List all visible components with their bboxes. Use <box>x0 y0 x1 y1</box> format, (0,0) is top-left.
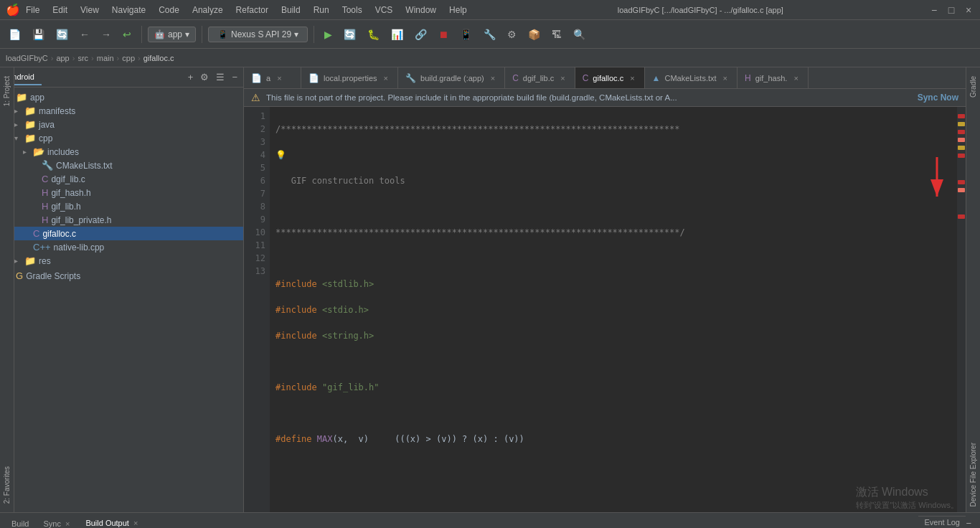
toolbar-refresh-btn[interactable]: 🔄 <box>52 26 72 43</box>
device-dropdown[interactable]: 📱 Nexus S API 29 ▾ <box>208 27 308 42</box>
breadcrumb-app[interactable]: app <box>56 54 69 62</box>
panel-settings-btn[interactable]: ⚙ <box>197 70 212 84</box>
menu-build[interactable]: Build <box>275 4 306 16</box>
editor-tab-gradle[interactable]: 🔧 build.gradle (:app) × <box>398 67 505 88</box>
toolbar-new-btn[interactable]: 📄 <box>4 26 25 43</box>
sync-tab-close[interactable]: × <box>64 519 71 528</box>
menu-view[interactable]: View <box>75 4 105 16</box>
breadcrumb-root[interactable]: loadGIFbyC <box>6 54 48 62</box>
tree-item-java[interactable]: ▸ 📁 java <box>0 118 243 131</box>
bottom-tab-build-output[interactable]: Build Output × <box>80 516 145 529</box>
tab-icon-cmake: ▲ <box>652 73 661 83</box>
gradle-side-tab[interactable]: Gradle <box>968 70 979 103</box>
bottom-tab-build[interactable]: Build <box>6 517 34 529</box>
panel-menu-btn[interactable]: ☰ <box>213 70 227 84</box>
sync-btn[interactable]: 🔄 <box>339 26 360 43</box>
tree-item-gradle-scripts[interactable]: ▸ G Gradle Scripts <box>0 269 243 283</box>
structure-btn[interactable]: 🏗 <box>547 26 566 43</box>
bottom-tab-sync[interactable]: Sync × <box>37 517 77 529</box>
tab-close-gradle[interactable]: × <box>489 73 497 83</box>
tree-item-gifhash[interactable]: H gif_hash.h <box>0 186 243 199</box>
panel-collapse-btn[interactable]: − <box>229 70 240 84</box>
debug-btn[interactable]: 🐛 <box>363 26 384 43</box>
project-dropdown[interactable]: 🤖 app ▾ <box>148 27 196 42</box>
editor-tab-cmake[interactable]: ▲ CMakeLists.txt × <box>645 67 738 88</box>
menu-refactor[interactable]: Refactor <box>230 4 274 16</box>
bottom-tabs: Build Sync × Build Output × ⚙ − <box>0 513 980 528</box>
editor-tab-gifalloc[interactable]: C gifalloc.c × <box>575 67 645 88</box>
panel-tabs: Android + ⚙ ☰ − <box>0 67 243 88</box>
menu-window[interactable]: Window <box>400 4 442 16</box>
tree-item-cpp[interactable]: ▾ 📁 cpp <box>0 131 243 145</box>
favorites-side-tab[interactable]: 2: Favorites <box>1 461 12 509</box>
left-side-panel: 1: Project 2: Favorites <box>0 67 14 512</box>
minimize-button[interactable]: − <box>928 4 940 16</box>
menu-vcs[interactable]: VCS <box>369 4 399 16</box>
toolbar-undo-btn[interactable]: ↩ <box>118 26 136 43</box>
stop-btn[interactable]: ⏹ <box>434 26 453 43</box>
tab-close-cmake[interactable]: × <box>721 73 730 83</box>
breadcrumb-src[interactable]: src <box>77 54 88 62</box>
breadcrumb-main[interactable]: main <box>97 54 114 62</box>
menu-code[interactable]: Code <box>153 4 185 16</box>
file-tree: ▾ 📁 app ▸ 📁 manifests ▸ 📁 java ▾ <box>0 88 243 512</box>
gutter-mark-6 <box>958 154 965 158</box>
more-btn[interactable]: ⚙ <box>503 26 521 43</box>
toolbar-forward-btn[interactable]: → <box>97 26 116 43</box>
tree-item-giflibprivate[interactable]: H gif_lib_private.h <box>0 213 243 227</box>
tree-item-manifests[interactable]: ▸ 📁 manifests <box>0 104 243 118</box>
right-side-panel: Gradle Device File Explorer <box>966 67 980 512</box>
maximize-button[interactable]: □ <box>946 4 957 16</box>
sync-now-button[interactable]: Sync Now <box>918 93 958 103</box>
gutter-mark-5 <box>958 146 965 150</box>
tree-item-includes[interactable]: ▸ 📂 includes <box>0 145 243 159</box>
tab-close-local[interactable]: × <box>382 73 390 83</box>
sdk2-btn[interactable]: 📦 <box>524 26 545 43</box>
build-output-tab-close[interactable]: × <box>132 519 139 527</box>
event-log-btn[interactable]: Event Log <box>918 516 966 528</box>
panel-add-btn[interactable]: + <box>185 70 197 84</box>
avd-btn[interactable]: 📱 <box>456 26 476 43</box>
search-btn[interactable]: 🔍 <box>569 26 590 43</box>
toolbar-sep3 <box>314 26 314 43</box>
editor-tab-a[interactable]: 📄 a × <box>244 67 301 88</box>
tab-close-a[interactable]: × <box>275 73 283 83</box>
menu-navigate[interactable]: Navigate <box>106 4 151 16</box>
editor-tab-dgif[interactable]: C dgif_lib.c × <box>505 67 575 88</box>
toolbar-save-btn[interactable]: 💾 <box>28 26 49 43</box>
tree-item-cmakelists[interactable]: 🔧 CMakeLists.txt <box>0 159 243 172</box>
project-side-tab[interactable]: 1: Project <box>1 70 12 112</box>
tab-close-gifalloc[interactable]: × <box>628 73 636 83</box>
editor-tab-local[interactable]: 📄 local.properties × <box>301 67 398 88</box>
panel-tab-actions: + ⚙ ☰ − <box>185 70 243 84</box>
tab-close-gifhash[interactable]: × <box>791 73 800 83</box>
attach-btn[interactable]: 🔗 <box>410 26 431 43</box>
menu-help[interactable]: Help <box>443 4 473 16</box>
editor-tab-gifhash[interactable]: H gif_hash. × <box>738 67 809 88</box>
breadcrumb-cpp[interactable]: cpp <box>122 54 135 62</box>
profile-btn[interactable]: 📊 <box>387 26 407 43</box>
close-button[interactable]: × <box>963 4 974 16</box>
tree-item-nativelib[interactable]: C++ native-lib.cpp <box>0 240 243 254</box>
device-explorer-side-tab[interactable]: Device File Explorer <box>968 437 979 512</box>
gutter-mark-4 <box>958 138 965 142</box>
menu-edit[interactable]: Edit <box>47 4 73 16</box>
tree-item-giflib[interactable]: H gif_lib.h <box>0 199 243 213</box>
menu-file[interactable]: File <box>20 4 45 16</box>
run-btn[interactable]: ▶ <box>320 26 336 43</box>
breadcrumb-file[interactable]: gifalloc.c <box>143 54 174 62</box>
menu-tools[interactable]: Tools <box>336 4 368 16</box>
tree-item-res[interactable]: ▸ 📁 res <box>0 254 243 268</box>
warning-text: This file is not part of the project. Pl… <box>266 93 677 102</box>
tab-close-dgif[interactable]: × <box>558 73 567 83</box>
tree-item-app[interactable]: ▾ 📁 app <box>0 90 243 104</box>
tree-item-dgif[interactable]: C dgif_lib.c <box>0 172 243 186</box>
code-content[interactable]: /***************************************… <box>270 107 957 512</box>
titlebar-left: 🍎 <box>6 3 20 16</box>
sdk-btn[interactable]: 🔧 <box>479 26 500 43</box>
tree-item-gifalloc[interactable]: C gifalloc.c <box>0 227 243 240</box>
menu-run[interactable]: Run <box>308 4 335 16</box>
menu-analyze[interactable]: Analyze <box>187 4 229 16</box>
toolbar-sep1 <box>141 26 142 43</box>
toolbar-back-btn[interactable]: ← <box>75 26 94 43</box>
